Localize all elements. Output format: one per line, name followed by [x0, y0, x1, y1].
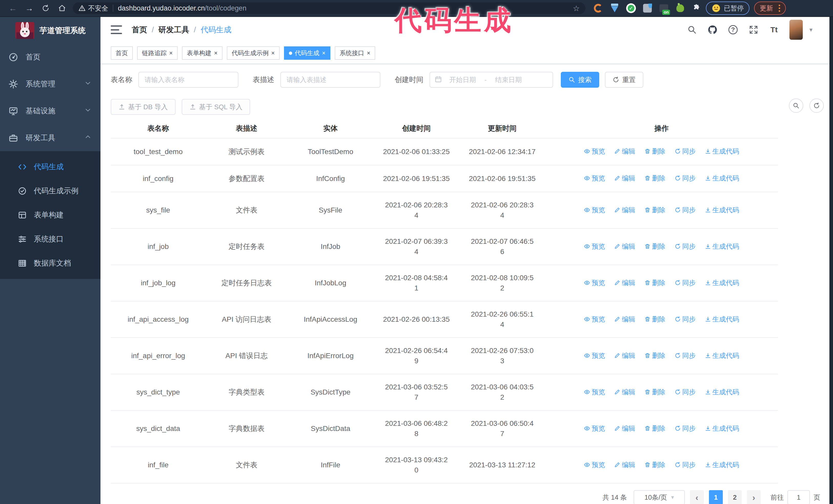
delete-link[interactable]: 删除	[644, 314, 665, 324]
search-button[interactable]: 搜索	[561, 72, 599, 88]
edit-link[interactable]: 编辑	[614, 173, 635, 183]
extension-puzzle-icon[interactable]	[691, 3, 702, 13]
goto-page-input[interactable]	[787, 490, 810, 504]
generate-code-link[interactable]: 生成代码	[705, 146, 739, 157]
sidebar-item-devtools[interactable]: 研发工具	[0, 124, 100, 151]
preview-link[interactable]: 预览	[584, 173, 605, 183]
edit-link[interactable]: 编辑	[614, 314, 635, 324]
preview-link[interactable]: 预览	[584, 460, 605, 470]
search-icon[interactable]	[687, 25, 697, 35]
text-size-icon[interactable]: Tt	[769, 25, 779, 35]
toggle-search-button[interactable]	[789, 98, 803, 113]
avatar-caret-icon[interactable]: ▾	[809, 26, 812, 33]
tag-system-api[interactable]: 系统接口×	[335, 46, 375, 60]
tag-form-builder[interactable]: 表单构建×	[182, 46, 222, 60]
date-range-picker[interactable]: -	[430, 72, 553, 88]
security-warning[interactable]: 不安全	[78, 4, 108, 13]
edit-link[interactable]: 编辑	[614, 278, 635, 288]
page-button-1[interactable]: 1	[709, 490, 723, 504]
edit-link[interactable]: 编辑	[614, 351, 635, 361]
sidebar-item-system[interactable]: 系统管理	[0, 71, 100, 97]
sidebar-item-infrastructure[interactable]: 基础设施	[0, 97, 100, 124]
edit-link[interactable]: 编辑	[614, 423, 635, 433]
close-icon[interactable]: ×	[214, 50, 218, 56]
generate-code-link[interactable]: 生成代码	[705, 387, 739, 397]
sync-link[interactable]: 同步	[674, 278, 696, 288]
extension-on-switch-icon[interactable]: on	[659, 3, 669, 13]
delete-link[interactable]: 删除	[644, 146, 665, 157]
edit-link[interactable]: 编辑	[614, 146, 635, 157]
sync-link[interactable]: 同步	[674, 205, 696, 215]
delete-link[interactable]: 删除	[644, 241, 665, 251]
table-name-input[interactable]	[138, 72, 238, 88]
sidebar-item-system-api[interactable]: 系统接口	[0, 227, 100, 251]
user-avatar[interactable]	[789, 20, 803, 40]
generate-code-link[interactable]: 生成代码	[705, 314, 739, 324]
preview-link[interactable]: 预览	[584, 387, 605, 397]
sidebar-item-form-builder[interactable]: 表单构建	[0, 203, 100, 227]
generate-code-link[interactable]: 生成代码	[705, 173, 739, 183]
extension-gem-icon[interactable]	[610, 3, 620, 13]
generate-code-link[interactable]: 生成代码	[705, 278, 739, 288]
delete-link[interactable]: 删除	[644, 460, 665, 470]
hamburger-icon[interactable]	[111, 25, 122, 34]
bookmark-star-icon[interactable]: ☆	[573, 4, 580, 13]
help-icon[interactable]: ?	[728, 25, 738, 35]
tag-home[interactable]: 首页	[111, 46, 133, 60]
import-sql-button[interactable]: 基于 SQL 导入	[182, 99, 251, 115]
app-logo-row[interactable]: 芋道管理系统	[0, 17, 100, 44]
delete-link[interactable]: 删除	[644, 387, 665, 397]
sidebar-item-database-doc[interactable]: 数据库文档	[0, 251, 100, 275]
sidebar-item-codegen[interactable]: 代码生成	[0, 155, 100, 179]
sync-link[interactable]: 同步	[674, 423, 696, 433]
edit-link[interactable]: 编辑	[614, 241, 635, 251]
generate-code-link[interactable]: 生成代码	[705, 351, 739, 361]
fullscreen-icon[interactable]	[748, 25, 759, 35]
close-icon[interactable]: ×	[271, 50, 275, 56]
close-icon[interactable]: ×	[322, 50, 326, 56]
browser-refresh-icon[interactable]	[40, 3, 51, 14]
browser-forward-icon[interactable]: →	[24, 3, 35, 14]
sync-link[interactable]: 同步	[674, 146, 696, 157]
tag-codegen-example[interactable]: 代码生成示例×	[227, 46, 280, 60]
sync-link[interactable]: 同步	[674, 460, 696, 470]
delete-link[interactable]: 删除	[644, 423, 665, 433]
github-icon[interactable]	[708, 25, 718, 35]
preview-link[interactable]: 预览	[584, 205, 605, 215]
close-icon[interactable]: ×	[169, 50, 173, 56]
page-size-select[interactable]: 10条/页 ▾	[634, 490, 685, 504]
delete-link[interactable]: 删除	[644, 205, 665, 215]
delete-link[interactable]: 删除	[644, 173, 665, 183]
extension-bot-icon[interactable]	[675, 3, 685, 13]
sidebar-item-codegen-example[interactable]: 代码生成示例	[0, 179, 100, 203]
delete-link[interactable]: 删除	[644, 351, 665, 361]
date-end-input[interactable]	[489, 76, 528, 84]
update-badge[interactable]: 更新	[754, 2, 786, 15]
breadcrumb-devtools[interactable]: 研发工具	[159, 25, 189, 35]
sidebar-item-home[interactable]: 首页	[0, 44, 100, 71]
sync-link[interactable]: 同步	[674, 314, 696, 324]
extension-codecopy-icon[interactable]	[593, 3, 603, 13]
sync-link[interactable]: 同步	[674, 351, 696, 361]
edit-link[interactable]: 编辑	[614, 387, 635, 397]
sync-link[interactable]: 同步	[674, 241, 696, 251]
date-start-input[interactable]	[444, 76, 482, 84]
next-page-button[interactable]: ›	[747, 490, 761, 504]
generate-code-link[interactable]: 生成代码	[705, 460, 739, 470]
page-button-2[interactable]: 2	[728, 490, 742, 504]
breadcrumb-home[interactable]: 首页	[132, 25, 147, 35]
paused-badge[interactable]: 已暂停	[706, 2, 749, 15]
refresh-table-button[interactable]	[809, 98, 824, 113]
preview-link[interactable]: 预览	[584, 314, 605, 324]
tag-codegen[interactable]: 代码生成×	[284, 46, 330, 60]
extension-grid-icon[interactable]	[642, 3, 652, 13]
preview-link[interactable]: 预览	[584, 351, 605, 361]
browser-menu-icon[interactable]	[779, 5, 780, 12]
table-desc-input[interactable]	[280, 72, 380, 88]
preview-link[interactable]: 预览	[584, 278, 605, 288]
close-icon[interactable]: ×	[367, 50, 371, 56]
extension-check-icon[interactable]: ✓	[626, 3, 636, 13]
reset-button[interactable]: 重置	[605, 72, 643, 88]
generate-code-link[interactable]: 生成代码	[705, 241, 739, 251]
sync-link[interactable]: 同步	[674, 173, 696, 183]
